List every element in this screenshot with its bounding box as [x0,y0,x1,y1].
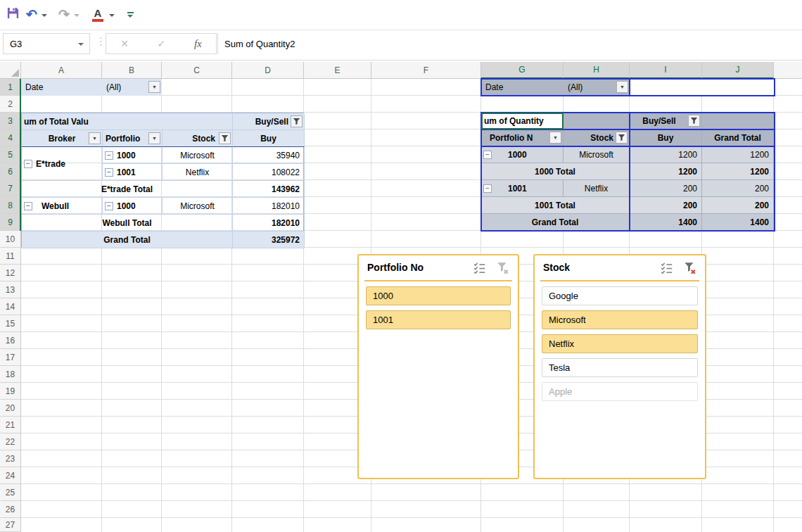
right-cell-value[interactable]: 1200 [702,163,774,180]
collapse-icon[interactable]: − [105,168,113,177]
column-header-k-partial[interactable] [774,62,802,79]
row-header-20[interactable]: 20 [0,400,21,417]
row-header-2[interactable]: 2 [0,96,21,113]
row-header-27[interactable]: 27 [0,518,21,532]
stock-filter-button[interactable] [219,132,231,144]
left-header-buy-cell[interactable]: Buy [233,130,305,147]
clear-filter-button-disabled[interactable] [495,261,509,275]
select-all-corner[interactable] [0,62,21,79]
row-header-23[interactable]: 23 [0,450,21,467]
row-header-3[interactable]: 3 [0,113,21,129]
left-filter-value-cell[interactable]: (All) ▼ [102,79,162,96]
active-cell-g3[interactable]: um of Quantity [481,113,564,129]
left-cell-value[interactable]: 35940 [233,147,305,164]
left-cell-broker-etrade[interactable]: − E*trade [22,147,103,181]
left-cell-etrade-total-label[interactable]: E*trade Total [22,181,233,198]
row-header-22[interactable]: 22 [0,433,21,450]
slicer-portfolio-header[interactable]: Portfolio No [359,255,518,281]
undo-dropdown[interactable] [41,12,48,19]
slicer-item-netflix[interactable]: Netflix [542,334,698,353]
row-header-14[interactable]: 14 [0,298,21,315]
column-header-i[interactable]: I [630,62,702,79]
left-pivot-values-label-cell[interactable]: um of Total Valu [22,113,233,130]
left-filter-field-cell[interactable]: Date [21,79,102,96]
right-cell-value[interactable]: 1400 [702,214,774,231]
right-cell-1000-total-label[interactable]: 1000 Total [481,163,630,180]
right-filter-dropdown-button[interactable]: ▼ [616,81,628,93]
left-cell-webull-total-label[interactable]: Webull Total [22,215,233,232]
multi-select-button[interactable] [660,261,674,275]
save-button[interactable] [6,7,20,21]
slicer-item-apple[interactable]: Apple [542,382,698,401]
right-filter-value-cell[interactable]: (All) ▼ [564,79,630,96]
right-cell-1001-total-label[interactable]: 1001 Total [481,197,630,214]
right-cell-stock-microsoft[interactable]: Microsoft [564,146,630,163]
customize-quick-access-toolbar-button[interactable] [125,9,135,20]
formula-input[interactable]: Sum of Quantity2 [217,33,798,54]
slicer-item-google[interactable]: Google [542,286,698,305]
row-header-8[interactable]: 8 [0,197,21,214]
slicer-item-1001[interactable]: 1001 [366,310,511,329]
row-header-5[interactable]: 5 [0,146,21,163]
left-cell-grand-total-value[interactable]: 325972 [233,232,305,248]
slicer-stock-header[interactable]: Stock [535,255,705,281]
column-header-c[interactable]: C [162,62,232,79]
row-header-26[interactable]: 26 [0,501,21,518]
left-cell-broker-webull[interactable]: − Webull [22,198,103,215]
right-header-portfolio-cell[interactable]: Portfolio N ▼ [481,129,564,146]
column-header-b[interactable]: B [102,62,162,79]
right-cell-portfolio-1000[interactable]: − 1000 [481,146,564,163]
row-header-15[interactable]: 15 [0,315,21,332]
left-cell-webull-total-value[interactable]: 182010 [233,215,305,232]
right-pivot-empty-h3[interactable] [564,113,630,129]
column-header-a[interactable]: A [21,62,102,79]
column-header-e[interactable]: E [304,62,371,79]
left-cell-value[interactable]: 108022 [233,164,305,181]
left-buysell-filter-button[interactable] [291,115,303,127]
name-box-dropdown-icon[interactable] [78,43,84,46]
broker-dropdown-button[interactable]: ▼ [89,132,101,144]
confirm-entry-icon[interactable]: ✓ [158,38,166,49]
collapse-icon[interactable]: − [105,151,113,160]
right-stock-filter-button[interactable] [616,132,628,144]
font-color-dropdown[interactable] [108,12,115,19]
slicer-item-1000[interactable]: 1000 [366,286,511,305]
cancel-entry-icon[interactable]: ✕ [120,38,129,49]
collapse-icon[interactable]: − [105,202,113,210]
undo-button[interactable]: ↶ [24,6,39,23]
row-header-17[interactable]: 17 [0,349,21,366]
column-header-g[interactable]: G [481,62,564,79]
slicer-item-tesla[interactable]: Tesla [542,358,698,377]
right-portfolio-dropdown-button[interactable]: ▼ [549,132,561,144]
row-header-11[interactable]: 11 [0,248,21,265]
name-box[interactable]: G3 [3,33,90,54]
right-cell-portfolio-1001[interactable]: − 1001 [481,180,564,197]
right-header-stock-cell[interactable]: Stock [564,129,630,146]
left-cell-portfolio-1001[interactable]: − 1001 [103,164,163,181]
redo-button[interactable]: ↷ [56,6,72,23]
column-header-j[interactable]: J [702,62,774,79]
row-header-24[interactable]: 24 [0,467,21,484]
row-header-13[interactable]: 13 [0,281,21,298]
left-filter-dropdown-button[interactable]: ▼ [148,81,160,93]
multi-select-button[interactable] [473,261,487,275]
row-header-12[interactable]: 12 [0,265,21,281]
left-header-portfolio-cell[interactable]: Portfolio ▼ [103,130,163,147]
column-header-h[interactable]: H [564,62,630,79]
left-cell-stock-microsoft[interactable]: Microsoft [163,147,233,164]
left-cell-grand-total-label[interactable]: Grand Total [22,232,233,248]
left-pivot-column-field-cell[interactable]: Buy/Sell [233,113,305,130]
right-filter-empty-cells[interactable] [630,79,774,96]
row-header-6[interactable]: 6 [0,163,21,180]
row-header-18[interactable]: 18 [0,366,21,383]
row-header-9[interactable]: 9 [0,214,21,231]
right-cell-grand-total-label[interactable]: Grand Total [481,214,630,231]
clear-filter-button-active[interactable] [682,261,696,275]
right-cell-value[interactable]: 200 [630,197,702,214]
portfolio-dropdown-button[interactable]: ▼ [148,132,160,144]
left-cell-stock-netflix[interactable]: Netflix [163,164,233,181]
right-buysell-filter-button[interactable] [688,115,700,127]
right-pivot-empty-j3[interactable] [702,113,774,129]
right-cell-value[interactable]: 200 [702,180,774,197]
left-cell-stock-microsoft-webull[interactable]: Microsoft [163,198,233,215]
